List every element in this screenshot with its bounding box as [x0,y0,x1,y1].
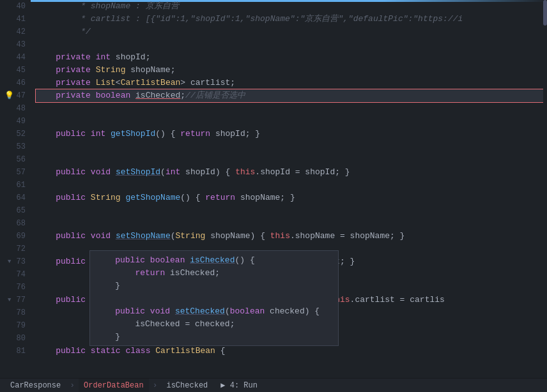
gutter-69: 69 [0,230,26,243]
collapse-arrow-icon[interactable]: ▼ [5,257,14,266]
gutter-52: 52 [0,128,26,140]
code-line-64: public String getShopName() { return sho… [36,192,547,204]
breadcrumb-is-checked[interactable]: isChecked [161,379,213,393]
gutter-43: 43 [0,38,26,51]
gutter-56: 56 [0,153,26,166]
code-line-48 [36,102,547,115]
code-line-61 [36,179,547,192]
breadcrumb-is-checked-label: isChecked [166,381,208,390]
gutter-57: 57 [0,166,26,179]
gutter-47: 💡 47 [0,89,26,102]
gutter-53: 53 [0,140,26,153]
breadcrumb-arrow-2: › [153,381,158,390]
gutter-72: 72 [0,243,26,255]
gutter-74: 74 [0,268,26,281]
popup-line-3: } [90,279,338,292]
code-line-40: * shopName : 京东自营 [36,0,547,13]
popup-line-4 [90,292,338,305]
gutter-65: 65 [0,204,26,217]
code-line-45: private String shopName; [36,64,547,77]
code-line-42: */ [36,26,547,38]
gutter-44: 44 [0,51,26,64]
gutter-40: 40 [0,0,26,13]
gutter-68: 68 [0,217,26,230]
gutter-48: 48 [0,102,26,115]
gutter-77: ▼ 77 [0,294,26,306]
collapse-arrow-icon-2[interactable]: ▼ [5,296,14,305]
run-label: ▶ 4: Run [220,381,258,390]
gutter-78: 78 [0,306,26,319]
code-line-56 [36,153,547,166]
gutter-80: 80 [0,332,26,345]
popup-line-6: isChecked = checked; [90,317,338,330]
scrollbar-thumb[interactable] [543,0,547,26]
code-line-41: * cartlist : [{"id":1,"shopId":1,"shopNa… [36,13,547,26]
code-line-49 [36,115,547,128]
code-line-52: public int getShopId() { return shopId; … [36,128,547,140]
code-line-53 [36,140,547,153]
gutter-46: 46 [0,77,26,89]
popup-line-2: return isChecked; [90,266,338,279]
breadcrumb-arrow-1: › [70,381,75,390]
gutter-61: 61 [0,179,26,192]
gutter-81: 81 [0,345,26,358]
code-line-47: private boolean isChecked;//店铺是否选中 [36,89,547,102]
breadcrumb-car-response-label: CarResponse [10,381,61,390]
gutter-79: 79 [0,319,26,332]
gutter-73: ▼ 73 [0,255,26,268]
gutter-76: 76 [0,281,26,294]
breadcrumb-order-data-bean-label: OrderDataBean [84,381,144,390]
popup-line-1: public boolean isChecked() { [90,253,338,266]
breadcrumb-car-response[interactable]: CarResponse [5,379,66,393]
code-line-57: public void setShopId(int shopId) { this… [36,166,547,179]
code-line-46: private List<CartlistBean> cartlist; [36,77,547,89]
gutter-64: 64 [0,192,26,204]
code-line-69: public void setShopName(String shopName)… [36,230,547,243]
scrollbar-track [543,0,547,358]
editor-area: 40 41 42 43 44 45 46 💡 47 48 49 52 53 56… [0,0,547,372]
code-line-81: public static class CartlistBean { [36,345,547,358]
gutter-49: 49 [0,115,26,128]
gutter-45: 45 [0,64,26,77]
gutter-42: 42 [0,26,26,38]
status-bar: CarResponse › OrderDataBean › isChecked … [0,378,547,392]
code-line-43 [36,38,547,51]
code-line-68 [36,217,547,230]
popup-line-5: public void setChecked(boolean checked) … [90,305,338,317]
popup-line-7: } [90,330,338,343]
gutter-41: 41 [0,13,26,26]
line-gutter: 40 41 42 43 44 45 46 💡 47 48 49 52 53 56… [0,0,31,372]
method-popup: public boolean isChecked() { return isCh… [89,250,339,346]
code-line-44: private int shopId; [36,51,547,64]
code-line-65 [36,204,547,217]
breadcrumb-order-data-bean[interactable]: OrderDataBean [79,379,149,393]
bulb-icon[interactable]: 💡 [5,91,14,100]
